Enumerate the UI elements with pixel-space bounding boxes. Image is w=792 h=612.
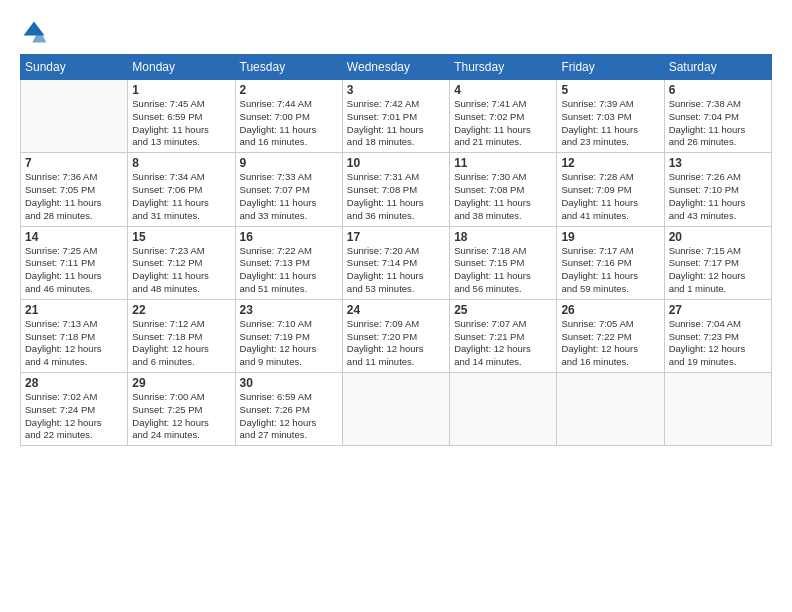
calendar-cell: 20Sunrise: 7:15 AMSunset: 7:17 PMDayligh… xyxy=(664,226,771,299)
calendar-cell: 27Sunrise: 7:04 AMSunset: 7:23 PMDayligh… xyxy=(664,299,771,372)
day-info: Sunrise: 7:39 AMSunset: 7:03 PMDaylight:… xyxy=(561,98,659,149)
day-info: Sunrise: 7:20 AMSunset: 7:14 PMDaylight:… xyxy=(347,245,445,296)
calendar-cell: 21Sunrise: 7:13 AMSunset: 7:18 PMDayligh… xyxy=(21,299,128,372)
day-info: Sunrise: 7:36 AMSunset: 7:05 PMDaylight:… xyxy=(25,171,123,222)
calendar-cell: 13Sunrise: 7:26 AMSunset: 7:10 PMDayligh… xyxy=(664,153,771,226)
day-info: Sunrise: 7:31 AMSunset: 7:08 PMDaylight:… xyxy=(347,171,445,222)
day-info: Sunrise: 6:59 AMSunset: 7:26 PMDaylight:… xyxy=(240,391,338,442)
day-number: 29 xyxy=(132,376,230,390)
day-info: Sunrise: 7:44 AMSunset: 7:00 PMDaylight:… xyxy=(240,98,338,149)
day-number: 16 xyxy=(240,230,338,244)
day-info: Sunrise: 7:41 AMSunset: 7:02 PMDaylight:… xyxy=(454,98,552,149)
day-number: 23 xyxy=(240,303,338,317)
calendar-header-tuesday: Tuesday xyxy=(235,55,342,80)
calendar-cell xyxy=(664,373,771,446)
day-number: 28 xyxy=(25,376,123,390)
day-number: 13 xyxy=(669,156,767,170)
day-number: 25 xyxy=(454,303,552,317)
day-number: 22 xyxy=(132,303,230,317)
day-info: Sunrise: 7:38 AMSunset: 7:04 PMDaylight:… xyxy=(669,98,767,149)
calendar-cell: 15Sunrise: 7:23 AMSunset: 7:12 PMDayligh… xyxy=(128,226,235,299)
logo-icon xyxy=(20,18,48,46)
calendar-cell xyxy=(557,373,664,446)
calendar-header-saturday: Saturday xyxy=(664,55,771,80)
calendar-cell xyxy=(21,80,128,153)
calendar-cell: 6Sunrise: 7:38 AMSunset: 7:04 PMDaylight… xyxy=(664,80,771,153)
day-number: 14 xyxy=(25,230,123,244)
calendar-header-wednesday: Wednesday xyxy=(342,55,449,80)
calendar-cell: 11Sunrise: 7:30 AMSunset: 7:08 PMDayligh… xyxy=(450,153,557,226)
day-info: Sunrise: 7:10 AMSunset: 7:19 PMDaylight:… xyxy=(240,318,338,369)
calendar-header-row: SundayMondayTuesdayWednesdayThursdayFrid… xyxy=(21,55,772,80)
day-info: Sunrise: 7:45 AMSunset: 6:59 PMDaylight:… xyxy=(132,98,230,149)
day-number: 30 xyxy=(240,376,338,390)
calendar-cell: 5Sunrise: 7:39 AMSunset: 7:03 PMDaylight… xyxy=(557,80,664,153)
day-number: 24 xyxy=(347,303,445,317)
day-info: Sunrise: 7:12 AMSunset: 7:18 PMDaylight:… xyxy=(132,318,230,369)
day-info: Sunrise: 7:13 AMSunset: 7:18 PMDaylight:… xyxy=(25,318,123,369)
day-info: Sunrise: 7:22 AMSunset: 7:13 PMDaylight:… xyxy=(240,245,338,296)
day-info: Sunrise: 7:07 AMSunset: 7:21 PMDaylight:… xyxy=(454,318,552,369)
day-number: 2 xyxy=(240,83,338,97)
day-info: Sunrise: 7:28 AMSunset: 7:09 PMDaylight:… xyxy=(561,171,659,222)
calendar-week-row: 21Sunrise: 7:13 AMSunset: 7:18 PMDayligh… xyxy=(21,299,772,372)
day-number: 10 xyxy=(347,156,445,170)
day-number: 18 xyxy=(454,230,552,244)
calendar-header-monday: Monday xyxy=(128,55,235,80)
calendar-cell xyxy=(450,373,557,446)
calendar-cell: 14Sunrise: 7:25 AMSunset: 7:11 PMDayligh… xyxy=(21,226,128,299)
day-info: Sunrise: 7:34 AMSunset: 7:06 PMDaylight:… xyxy=(132,171,230,222)
calendar-table: SundayMondayTuesdayWednesdayThursdayFrid… xyxy=(20,54,772,446)
calendar-week-row: 7Sunrise: 7:36 AMSunset: 7:05 PMDaylight… xyxy=(21,153,772,226)
day-number: 15 xyxy=(132,230,230,244)
calendar-cell: 26Sunrise: 7:05 AMSunset: 7:22 PMDayligh… xyxy=(557,299,664,372)
calendar-cell: 17Sunrise: 7:20 AMSunset: 7:14 PMDayligh… xyxy=(342,226,449,299)
day-info: Sunrise: 7:18 AMSunset: 7:15 PMDaylight:… xyxy=(454,245,552,296)
calendar-cell: 24Sunrise: 7:09 AMSunset: 7:20 PMDayligh… xyxy=(342,299,449,372)
day-info: Sunrise: 7:04 AMSunset: 7:23 PMDaylight:… xyxy=(669,318,767,369)
calendar-cell xyxy=(342,373,449,446)
day-info: Sunrise: 7:26 AMSunset: 7:10 PMDaylight:… xyxy=(669,171,767,222)
day-number: 9 xyxy=(240,156,338,170)
day-number: 26 xyxy=(561,303,659,317)
day-info: Sunrise: 7:02 AMSunset: 7:24 PMDaylight:… xyxy=(25,391,123,442)
calendar-cell: 1Sunrise: 7:45 AMSunset: 6:59 PMDaylight… xyxy=(128,80,235,153)
day-info: Sunrise: 7:25 AMSunset: 7:11 PMDaylight:… xyxy=(25,245,123,296)
calendar-cell: 3Sunrise: 7:42 AMSunset: 7:01 PMDaylight… xyxy=(342,80,449,153)
day-info: Sunrise: 7:30 AMSunset: 7:08 PMDaylight:… xyxy=(454,171,552,222)
calendar-cell: 18Sunrise: 7:18 AMSunset: 7:15 PMDayligh… xyxy=(450,226,557,299)
calendar-cell: 4Sunrise: 7:41 AMSunset: 7:02 PMDaylight… xyxy=(450,80,557,153)
calendar-cell: 12Sunrise: 7:28 AMSunset: 7:09 PMDayligh… xyxy=(557,153,664,226)
logo xyxy=(20,18,52,46)
day-number: 1 xyxy=(132,83,230,97)
calendar-header-friday: Friday xyxy=(557,55,664,80)
day-number: 19 xyxy=(561,230,659,244)
calendar-header-thursday: Thursday xyxy=(450,55,557,80)
page: SundayMondayTuesdayWednesdayThursdayFrid… xyxy=(0,0,792,612)
day-number: 20 xyxy=(669,230,767,244)
day-number: 6 xyxy=(669,83,767,97)
calendar-cell: 8Sunrise: 7:34 AMSunset: 7:06 PMDaylight… xyxy=(128,153,235,226)
calendar-cell: 23Sunrise: 7:10 AMSunset: 7:19 PMDayligh… xyxy=(235,299,342,372)
day-info: Sunrise: 7:09 AMSunset: 7:20 PMDaylight:… xyxy=(347,318,445,369)
day-number: 3 xyxy=(347,83,445,97)
day-info: Sunrise: 7:17 AMSunset: 7:16 PMDaylight:… xyxy=(561,245,659,296)
calendar-cell: 25Sunrise: 7:07 AMSunset: 7:21 PMDayligh… xyxy=(450,299,557,372)
day-number: 27 xyxy=(669,303,767,317)
day-number: 5 xyxy=(561,83,659,97)
calendar-cell: 28Sunrise: 7:02 AMSunset: 7:24 PMDayligh… xyxy=(21,373,128,446)
calendar-cell: 7Sunrise: 7:36 AMSunset: 7:05 PMDaylight… xyxy=(21,153,128,226)
day-number: 8 xyxy=(132,156,230,170)
calendar-week-row: 28Sunrise: 7:02 AMSunset: 7:24 PMDayligh… xyxy=(21,373,772,446)
calendar-week-row: 14Sunrise: 7:25 AMSunset: 7:11 PMDayligh… xyxy=(21,226,772,299)
calendar-cell: 10Sunrise: 7:31 AMSunset: 7:08 PMDayligh… xyxy=(342,153,449,226)
day-number: 4 xyxy=(454,83,552,97)
calendar-header-sunday: Sunday xyxy=(21,55,128,80)
day-info: Sunrise: 7:23 AMSunset: 7:12 PMDaylight:… xyxy=(132,245,230,296)
day-number: 12 xyxy=(561,156,659,170)
calendar-cell: 29Sunrise: 7:00 AMSunset: 7:25 PMDayligh… xyxy=(128,373,235,446)
day-number: 21 xyxy=(25,303,123,317)
day-info: Sunrise: 7:05 AMSunset: 7:22 PMDaylight:… xyxy=(561,318,659,369)
day-info: Sunrise: 7:00 AMSunset: 7:25 PMDaylight:… xyxy=(132,391,230,442)
day-number: 7 xyxy=(25,156,123,170)
